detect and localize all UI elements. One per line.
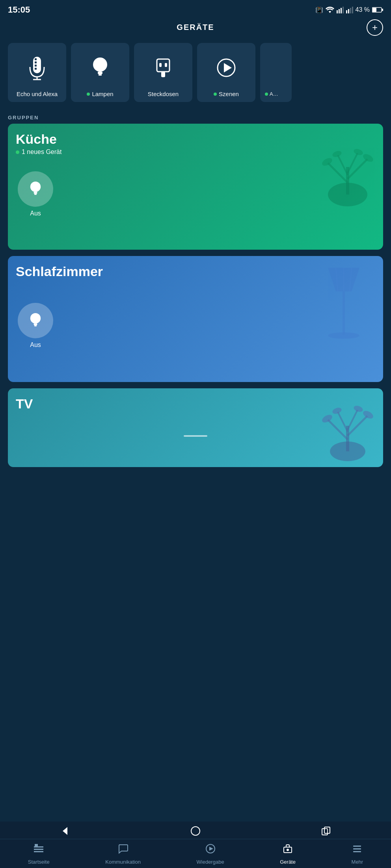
svg-rect-0: [337, 10, 338, 13]
page-title: GERÄTE: [177, 23, 214, 32]
svg-marker-26: [224, 63, 232, 72]
schlafzimmer-light-status: Aus: [30, 341, 41, 349]
nav-wiedergabe[interactable]: Wiedergabe: [192, 843, 229, 865]
nav-startseite[interactable]: Startseite: [23, 843, 54, 865]
group-card-kueche[interactable]: Küche 1 neues Gerät Aus: [8, 124, 383, 250]
device-categories-scroll[interactable]: Echo und Alexa Lampen: [0, 37, 391, 108]
svg-rect-19: [98, 72, 102, 74]
status-icons: 📳 43 %: [315, 6, 383, 14]
nav-geraete[interactable]: Geräte: [275, 843, 300, 865]
kueche-light-status: Aus: [30, 210, 41, 217]
wifi-icon: [326, 6, 334, 13]
group-tv-title: TV: [16, 396, 375, 412]
svg-rect-9: [382, 9, 383, 11]
nav-mehr-label: Mehr: [352, 859, 363, 865]
svg-marker-59: [209, 847, 213, 851]
svg-rect-55: [34, 849, 43, 850]
svg-rect-15: [35, 68, 37, 70]
signal2-icon: [346, 6, 353, 13]
svg-rect-53: [324, 827, 330, 833]
echo-icon: [27, 48, 47, 87]
svg-rect-43: [34, 325, 37, 326]
svg-point-61: [287, 849, 289, 851]
bottom-navigation: Startseite Kommunikation Wiedergabe Gerä…: [0, 839, 391, 868]
svg-rect-12: [35, 58, 37, 60]
category-szenen-label: Szenen: [219, 91, 239, 97]
svg-rect-42: [34, 323, 37, 325]
plug-icon: [153, 48, 173, 87]
nav-mehr[interactable]: Mehr: [347, 843, 368, 865]
home-button[interactable]: [189, 825, 202, 837]
svg-rect-7: [352, 7, 353, 13]
section-gruppen-label: GRUPPEN: [0, 108, 391, 124]
groups-container: Küche 1 neues Gerät Aus: [0, 124, 391, 467]
mehr-icon: [352, 843, 363, 857]
nav-kommunikation-label: Kommunikation: [105, 859, 141, 865]
szenen-status-dot: [214, 93, 217, 96]
schlafzimmer-light-button[interactable]: Aus: [16, 303, 55, 349]
category-steckdosen[interactable]: Steckdosen: [134, 43, 192, 102]
svg-rect-13: [35, 61, 37, 63]
svg-rect-4: [346, 10, 347, 13]
svg-rect-23: [165, 63, 167, 67]
svg-rect-1: [339, 9, 340, 13]
geraete-icon: [282, 843, 293, 857]
svg-marker-50: [63, 827, 67, 835]
svg-rect-20: [99, 74, 102, 76]
vibrate-icon: 📳: [315, 6, 323, 14]
svg-rect-57: [35, 844, 38, 847]
signal-icon: [337, 6, 344, 13]
svg-rect-62: [353, 846, 361, 847]
svg-point-40: [328, 332, 359, 339]
svg-point-51: [191, 827, 200, 835]
svg-rect-63: [353, 848, 361, 849]
svg-point-41: [30, 313, 41, 323]
svg-rect-5: [348, 9, 349, 13]
wiedergabe-icon: [205, 843, 216, 857]
recents-button[interactable]: [320, 825, 332, 837]
kueche-light-button[interactable]: Aus: [16, 171, 55, 217]
nav-wiedergabe-label: Wiedergabe: [197, 859, 224, 865]
svg-rect-11: [33, 57, 41, 73]
lamp-icon: [90, 48, 110, 87]
nav-geraete-label: Geräte: [280, 859, 296, 865]
nav-startseite-label: Startseite: [28, 859, 50, 865]
kueche-new-dot: [16, 150, 19, 154]
svg-rect-56: [34, 851, 43, 852]
schlafzimmer-light-circle[interactable]: [18, 303, 53, 338]
category-echo-label: Echo und Alexa: [17, 91, 58, 97]
lampen-status-dot: [87, 93, 90, 96]
group-kueche-title: Küche: [16, 132, 375, 147]
svg-rect-14: [35, 65, 37, 67]
svg-rect-21: [157, 59, 169, 72]
svg-rect-2: [341, 8, 342, 13]
category-lampen-label: Lampen: [92, 91, 113, 97]
group-schlafzimmer-title: Schlafzimmer: [16, 264, 375, 279]
svg-rect-64: [353, 851, 361, 852]
group-kueche-subtitle: 1 neues Gerät: [16, 148, 375, 156]
nav-kommunikation[interactable]: Kommunikation: [101, 843, 145, 865]
status-bar: 15:05 📳 43 %: [0, 0, 391, 18]
battery-icon: [372, 7, 383, 13]
svg-rect-34: [34, 192, 37, 193]
back-button[interactable]: [59, 825, 71, 837]
group-card-schlafzimmer[interactable]: Schlafzimmer Aus: [8, 256, 383, 382]
battery-text: 43 %: [356, 6, 370, 13]
page-header: GERÄTE +: [0, 18, 391, 37]
category-szenen[interactable]: Szenen: [197, 43, 255, 102]
svg-rect-35: [34, 194, 37, 195]
kueche-bulb-icon: [27, 180, 44, 198]
svg-rect-6: [350, 8, 351, 13]
schlafzimmer-bulb-icon: [27, 312, 44, 329]
android-nav-bar: [0, 822, 391, 840]
add-device-button[interactable]: +: [367, 19, 383, 36]
group-card-tv[interactable]: TV: [8, 388, 383, 467]
category-steckdosen-label: Steckdosen: [148, 91, 179, 97]
kueche-light-circle[interactable]: [18, 171, 53, 207]
kommunikation-icon: [117, 843, 128, 857]
svg-rect-22: [159, 63, 162, 67]
category-echo[interactable]: Echo und Alexa: [8, 43, 66, 102]
status-time: 15:05: [8, 5, 30, 15]
category-lampen[interactable]: Lampen: [71, 43, 129, 102]
category-partial[interactable]: A…: [260, 43, 292, 102]
